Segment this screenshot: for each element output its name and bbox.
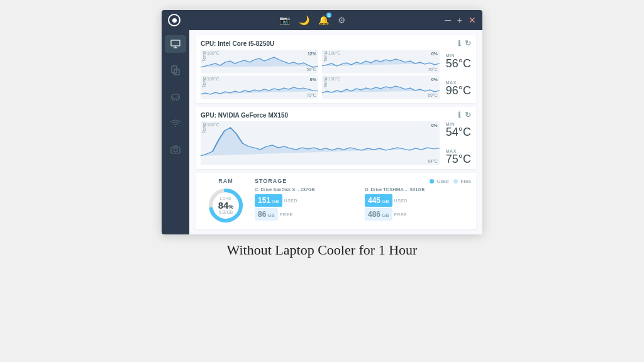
ram-donut: LOAD 84% 6.92GB: [207, 187, 245, 224]
cpu-chart3-val: 0%: [431, 52, 438, 56]
gpu-chart-svg: [201, 121, 440, 165]
cpu-chart-4: Temp 100°C 0% 69°C: [322, 75, 440, 99]
storage-legend: Used Free: [430, 178, 471, 184]
camera-icon[interactable]: 📷: [279, 15, 290, 25]
cpu-expand-icon[interactable]: ↻: [465, 39, 471, 48]
moon-icon[interactable]: 🌙: [299, 15, 309, 25]
cpu-chart2-val: 0%: [310, 77, 316, 82]
ram-percent: 84%: [218, 200, 234, 210]
storage-title-row: STORAGE Used Free: [255, 178, 471, 184]
legend-used: Used: [430, 178, 448, 184]
title-bar-icons: 📷 🌙 🔔 1 ⚙: [279, 15, 346, 25]
gpu-header-icons: ℹ ↻: [458, 111, 471, 119]
cpu-chart-2: Temp 100°C 0% 79°C: [201, 75, 318, 99]
drive-c-free-value: 86GB: [255, 208, 278, 221]
cpu-charts-area: Temp 100°C 12% 59°C Temp 100°C: [201, 50, 471, 99]
gpu-bottom-label: 64°C: [428, 159, 438, 163]
gear-icon[interactable]: ⚙: [338, 15, 346, 25]
cpu-chart1-top: 100°C: [207, 51, 219, 55]
ram-sub: 6.92GB: [218, 210, 234, 214]
sidebar-item-display[interactable]: [165, 62, 186, 79]
cpu-title: CPU: Intel Core i5-8250U: [201, 40, 274, 47]
gpu-section-header: GPU: NVIDIA GeForce MX150 ℹ ↻: [201, 111, 471, 119]
display-icon: [170, 65, 181, 76]
drives-row: C: Drive SanDisk S... 237GB 151GB USED 8…: [255, 187, 471, 222]
app-window: 📷 🌙 🔔 1 ⚙ ─ + ✕: [162, 10, 482, 234]
svg-point-8: [178, 97, 179, 98]
cpu-section: CPU: Intel Core i5-8250U ℹ ↻ Temp 100°C …: [196, 35, 476, 103]
caption: Without Laptop Cooler for 1 Hour: [227, 242, 418, 258]
cpu-chart1-val: 12%: [308, 52, 316, 56]
storage-title: STORAGE: [255, 178, 287, 184]
gpu-temp-readings: MIN 54°C MAX 75°C: [446, 121, 471, 165]
cpu-header-icons: ℹ ↻: [458, 39, 471, 48]
cpu-chart-1: Temp 100°C 12% 59°C: [201, 50, 318, 74]
cpu-right-charts: Temp 100°C 0% 70°C Temp 100°C: [322, 50, 440, 99]
cpu-chart4-val: 0%: [431, 77, 438, 82]
legend-used-dot: [430, 179, 434, 184]
cpu-chart2-y-label: Temp: [202, 77, 206, 87]
ram-title: RAM: [218, 178, 233, 184]
drive-d-free-bar: 486GB FREE: [365, 208, 471, 221]
drive-d-used-label: USED: [394, 199, 408, 203]
cpu-chart2-top: 100°C: [207, 77, 219, 81]
cpu-chart2-bottom: 79°C: [306, 93, 316, 97]
gpu-y-label: Temp: [202, 123, 206, 133]
drive-c-free-label: FREE: [280, 212, 293, 217]
gpu-charts-area: Temp 100°C 0% 64°C MIN 54°C: [201, 121, 471, 165]
gpu-min-value: 54°C: [446, 126, 471, 138]
svg-point-7: [177, 96, 177, 97]
cpu-chart4-top: 100°C: [328, 77, 341, 81]
gpu-top-label: 100°C: [207, 123, 219, 127]
wifi-icon: [170, 118, 181, 129]
bottom-section: RAM LOAD 84% 6.92GB: [196, 173, 476, 229]
main-layout: CPU: Intel Core i5-8250U ℹ ↻ Temp 100°C …: [162, 30, 482, 234]
gamepad-icon: [170, 91, 181, 102]
gpu-chart: Temp 100°C 0% 64°C: [201, 121, 440, 165]
cpu-chart1-bottom: 59°C: [306, 67, 316, 72]
gpu-section: GPU: NVIDIA GeForce MX150 ℹ ↻ Temp 100°C…: [196, 107, 476, 169]
drive-c-used-bar: 151GB USED: [255, 194, 361, 207]
gpu-expand-icon[interactable]: ↻: [465, 111, 471, 119]
drive-c-used-value: 151GB: [255, 194, 282, 207]
cpu-left-charts: Temp 100°C 12% 59°C Temp 100°C: [201, 50, 318, 99]
content-area: CPU: Intel Core i5-8250U ℹ ↻ Temp 100°C …: [189, 30, 482, 234]
cpu-info-icon[interactable]: ℹ: [458, 39, 461, 48]
storage-section: STORAGE Used Free: [255, 178, 471, 224]
cpu-max-value: 96°C: [446, 85, 471, 96]
close-button[interactable]: ✕: [469, 15, 476, 25]
cpu-chart4-y-label: Temp: [323, 77, 328, 87]
cpu-chart3-bottom: 70°C: [428, 67, 438, 72]
cpu-chart3-y-label: Temp: [323, 51, 328, 62]
ram-donut-center: LOAD 84% 6.92GB: [218, 197, 234, 214]
gpu-info-icon[interactable]: ℹ: [458, 111, 461, 119]
drive-d-label: D: Drive TOSHIBA ... 931GB: [365, 187, 471, 192]
cpu-min-temp: MIN 56°C: [446, 53, 471, 69]
title-bar-left: [168, 14, 180, 26]
cpu-chart1-y-label: Temp: [202, 51, 206, 62]
drive-c-label: C: Drive SanDisk S... 237GB: [255, 187, 361, 192]
sidebar-item-gamepad[interactable]: [165, 88, 186, 106]
gpu-max-temp: MAX 75°C: [446, 149, 471, 165]
sidebar-item-monitor[interactable]: [165, 35, 186, 53]
drive-c: C: Drive SanDisk S... 237GB 151GB USED 8…: [255, 187, 361, 222]
svg-rect-0: [171, 40, 180, 46]
cpu-temp-readings: MIN 56°C MAX 96°C: [446, 50, 471, 99]
ram-section: RAM LOAD 84% 6.92GB: [201, 178, 251, 224]
gpu-min-temp: MIN 54°C: [446, 122, 471, 138]
sidebar-item-wifi[interactable]: [165, 114, 186, 132]
minimize-button[interactable]: ─: [445, 15, 451, 25]
monitor-icon: [170, 38, 181, 50]
drive-d-free-value: 486GB: [365, 208, 392, 221]
cpu-max-temp: MAX 96°C: [446, 80, 471, 96]
drive-c-free-bar: 86GB FREE: [255, 208, 361, 221]
legend-free: Free: [453, 178, 471, 184]
gpu-value-label: 0%: [431, 123, 438, 128]
gpu-max-value: 75°C: [446, 153, 471, 165]
maximize-button[interactable]: +: [457, 15, 462, 25]
camera-sidebar-icon: [170, 144, 181, 155]
cpu-chart3-top: 100°C: [328, 51, 341, 55]
bell-icon[interactable]: 🔔 1: [318, 15, 329, 25]
sidebar-item-camera[interactable]: [165, 141, 186, 158]
title-bar-controls: ─ + ✕: [445, 15, 476, 25]
